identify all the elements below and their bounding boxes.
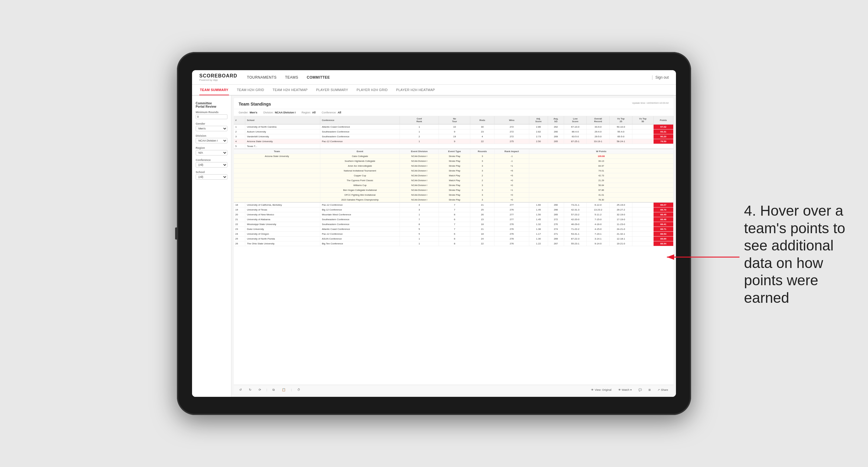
table-row[interactable]: 26 The Ohio State University Big Ten Con… (234, 241, 674, 246)
cell-points[interactable]: 97.02 (653, 124, 673, 129)
comment-btn[interactable]: 💬 (637, 387, 644, 392)
cell-conf-rank: 2 (400, 134, 439, 139)
toolbar-redo[interactable]: ↻ (247, 387, 253, 392)
cell-wins: 278 (495, 237, 529, 241)
table-row[interactable]: 21 University of Alabama Southeastern Co… (234, 217, 674, 222)
cell-points[interactable]: 93.31 (653, 129, 673, 134)
sign-out-link[interactable]: Sign out (655, 75, 669, 80)
grid-btn[interactable]: ⊞ (647, 387, 653, 392)
col-rnds: Rnds (470, 116, 495, 124)
tab-team-h2h-grid[interactable]: TEAM H2H GRID (236, 85, 265, 95)
cell-points[interactable]: 88.89 (653, 237, 673, 241)
cell-vs25: 25-19-0 (610, 203, 632, 208)
school-select[interactable]: (All) (196, 174, 227, 180)
col-school: School (245, 116, 320, 124)
cell-conference: Big Ten Conference (320, 241, 400, 246)
table-row[interactable]: 23 Duke University Atlantic Coast Confer… (234, 227, 674, 232)
min-rounds-input[interactable] (196, 114, 227, 119)
region-label: Region (196, 146, 227, 149)
cell-vs50 (632, 208, 653, 212)
toolbar-undo[interactable]: ↺ (238, 387, 244, 392)
table-row[interactable]: 1 University of North Carolina Atlantic … (234, 124, 674, 129)
table-row[interactable]: 19 University of Texas Big 12 Conference… (234, 208, 674, 212)
grid-icon: ⊞ (648, 388, 651, 392)
table-row[interactable]: 18 University of California, Berkeley Pa… (234, 203, 674, 208)
nav-tournaments[interactable]: TOURNAMENTS (246, 75, 278, 80)
cell-rnds: 26 (470, 212, 495, 217)
view-icon: 👁 (591, 388, 594, 392)
watch-btn[interactable]: 👁 Watch ▾ (616, 387, 633, 392)
table-row-highlighted[interactable]: 4 Arizona State University Pac-12 Confer… (234, 139, 674, 144)
tooltip-col-rank: Rank Impact (495, 149, 529, 154)
cell-points[interactable]: 88.70 (653, 208, 673, 212)
table-row[interactable]: 3 Vanderbilt University Southeastern Con… (234, 134, 674, 139)
td-rounds: 2 (470, 173, 495, 178)
toolbar-copy[interactable]: ⧉ (271, 387, 276, 393)
cell-no-tour: 9 (439, 129, 470, 134)
table-row[interactable]: 24 University of Oregon Pac-12 Conferenc… (234, 232, 674, 237)
table-row[interactable]: 20 University of New Mexico Mountain Wes… (234, 212, 674, 217)
view-original-btn[interactable]: 👁 View: Original (589, 387, 613, 392)
td-event: Cabo Collegiate (320, 154, 400, 159)
cell-school: Texas T... (245, 144, 320, 149)
td-wpoints: 74.01 (529, 168, 673, 173)
cell-adj: 2.82 (529, 129, 548, 134)
region-select[interactable]: N/A (196, 150, 227, 155)
conference-select[interactable]: (All) (196, 162, 227, 167)
tab-team-summary[interactable]: TEAM SUMMARY (199, 85, 229, 95)
tooltip-data-row: Amer Arc Intercollegiate NCAA Division I… (234, 164, 674, 168)
share-btn[interactable]: ↗ Share (656, 387, 670, 392)
filter-conference: Conference: All (321, 111, 341, 114)
tab-player-h2h-heatmap[interactable]: PLAYER H2H HEATMAP (396, 85, 435, 95)
cell-points[interactable]: 90.20 (653, 134, 673, 139)
nav-teams[interactable]: TEAMS (284, 75, 300, 80)
nav-committee[interactable]: COMMITTEE (306, 75, 331, 80)
cell-adj: 1.32 (529, 222, 548, 227)
cell-points[interactable]: 88.94 (653, 241, 673, 246)
cell-points[interactable]: 88.49 (653, 212, 673, 217)
standings-table: # School Conference ConfRank NoTour Rnds… (234, 116, 674, 246)
table-row[interactable]: 22 Mississippi State University Southeas… (234, 222, 674, 227)
table-row[interactable]: 25 University of North Florida ASUN Conf… (234, 237, 674, 241)
cell-school: University of New Mexico (245, 212, 320, 217)
cell-conference: Southeastern Conference (320, 217, 400, 222)
td-team (234, 188, 320, 193)
cell-rank: 4 (234, 139, 245, 144)
tab-team-h2h-heatmap[interactable]: TEAM H2H HEATMAP (272, 85, 308, 95)
cell-conference: Southeastern Conference (320, 134, 400, 139)
cell-vs25: 24-21-0 (610, 227, 632, 232)
cell-points[interactable]: 78.50 (653, 139, 673, 144)
cell-wins: 277 (495, 212, 529, 217)
toolbar-paste[interactable]: 📋 (280, 387, 287, 392)
td-rank: +1 (495, 164, 529, 168)
top-navigation: SCOREBOARD Powered by clipp TOURNAMENTS … (192, 70, 676, 85)
cell-wins: 276 (495, 232, 529, 237)
cell-low: 57-23-2 (564, 212, 586, 217)
cell-low: 86-4-0 (564, 129, 586, 134)
cell-conference: Pac-12 Conference (320, 139, 400, 144)
tab-player-summary[interactable]: PLAYER SUMMARY (315, 85, 349, 95)
tab-player-h2h-grid[interactable]: PLAYER H2H GRID (356, 85, 388, 95)
cell-no-tour: 7 (439, 208, 470, 212)
table-row[interactable]: 2 Auburn University Southeastern Confere… (234, 129, 674, 134)
cell-no-tour: 19 (439, 134, 470, 139)
cell-points[interactable]: 88.54 (653, 232, 673, 237)
toolbar-clock[interactable]: ⏱ (296, 387, 302, 392)
td-wpoints: 78.30 (529, 197, 673, 203)
cell-points[interactable]: 88.41 (653, 222, 673, 227)
cell-vs25: 50-10-0 (610, 124, 632, 129)
filter-conference-label: Conference: (321, 111, 336, 114)
cell-vs25: 32-19-0 (610, 212, 632, 217)
cell-vs25: 65-5-0 (610, 134, 632, 139)
table-row[interactable]: 5 Texas T... (234, 144, 674, 149)
cell-school: University of Oregon (245, 232, 320, 237)
division-select[interactable]: NCAA Division I (196, 138, 227, 143)
cell-points[interactable]: 88.71 (653, 227, 673, 232)
toolbar-refresh[interactable]: ⟳ (257, 387, 263, 392)
gender-select[interactable]: Men's (196, 126, 227, 131)
cell-points[interactable]: 88.48 (653, 217, 673, 222)
cell-conference: Southeastern Conference (320, 129, 400, 134)
tooltip-col-rounds: Rounds (470, 149, 495, 154)
cell-points[interactable]: 88.07 (653, 203, 673, 208)
cell-low: 53-41-1 (564, 232, 586, 237)
